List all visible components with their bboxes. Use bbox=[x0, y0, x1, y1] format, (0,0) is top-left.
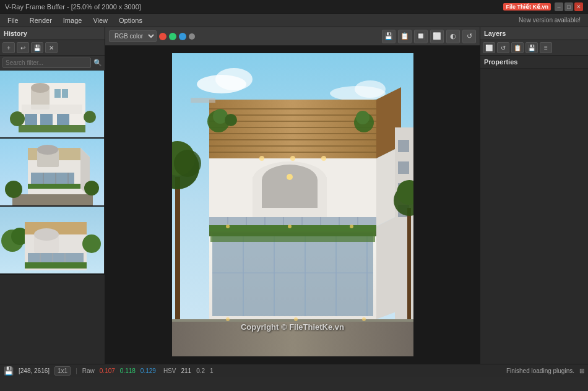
window-controls[interactable]: – □ ✕ bbox=[555, 2, 583, 11]
svg-point-74 bbox=[287, 174, 293, 180]
history-delete-button[interactable]: ✕ bbox=[45, 42, 58, 53]
title-bar: V-Ray Frame Buffer - [25.0% of 2000 x 30… bbox=[0, 0, 588, 14]
svg-rect-46 bbox=[172, 319, 413, 322]
svg-rect-5 bbox=[62, 89, 68, 98]
history-toolbar: + ↩ 💾 ✕ bbox=[0, 40, 105, 56]
history-save-button[interactable]: 💾 bbox=[31, 42, 43, 53]
history-thumbnails[interactable] bbox=[0, 71, 105, 364]
green-value: 0.118 bbox=[120, 367, 136, 374]
hsv-value: 211 bbox=[181, 367, 191, 374]
svg-rect-34 bbox=[28, 253, 84, 262]
save-render-button[interactable]: 💾 bbox=[382, 30, 396, 43]
search-input[interactable] bbox=[2, 58, 91, 68]
svg-rect-103 bbox=[407, 208, 411, 319]
building-render-svg bbox=[172, 53, 413, 356]
svg-point-87 bbox=[225, 114, 237, 126]
svg-rect-23 bbox=[28, 184, 80, 189]
dot-blue bbox=[179, 33, 186, 40]
extra-value: 0.2 bbox=[196, 367, 205, 374]
svg-point-108 bbox=[350, 225, 353, 228]
svg-rect-6 bbox=[25, 114, 37, 126]
thumbnail-1[interactable] bbox=[0, 71, 105, 139]
copy-render-button[interactable]: 📋 bbox=[398, 30, 412, 43]
dot-gray bbox=[189, 33, 195, 40]
history-add-button[interactable]: + bbox=[2, 42, 15, 53]
layers-copy-button[interactable]: 📋 bbox=[511, 42, 524, 53]
status-message: Finished loading plugins. bbox=[506, 367, 574, 374]
menu-items: File Render Image View Options bbox=[2, 15, 147, 25]
left-panel: History + ↩ 💾 ✕ 🔍 bbox=[0, 27, 105, 364]
menu-options[interactable]: Options bbox=[114, 15, 147, 25]
menu-view[interactable]: View bbox=[88, 15, 113, 25]
svg-point-11 bbox=[84, 111, 96, 123]
history-header: History bbox=[0, 27, 105, 40]
status-right-icon[interactable]: ⊞ bbox=[579, 367, 584, 374]
svg-rect-9 bbox=[19, 125, 85, 132]
svg-point-26 bbox=[84, 181, 99, 196]
thumbnail-3[interactable] bbox=[0, 207, 105, 275]
layers-reset-button[interactable]: ↺ bbox=[497, 42, 509, 53]
svg-point-91 bbox=[290, 156, 295, 161]
thumb-svg-2 bbox=[0, 139, 104, 205]
svg-rect-96 bbox=[398, 161, 409, 174]
svg-point-3 bbox=[31, 83, 50, 93]
svg-rect-24 bbox=[12, 194, 93, 205]
layers-save-button[interactable]: 💾 bbox=[525, 42, 538, 53]
svg-point-107 bbox=[288, 225, 292, 228]
menu-file[interactable]: File bbox=[2, 15, 24, 25]
history-restore-button[interactable]: ↩ bbox=[17, 42, 29, 53]
raw-label: Raw bbox=[82, 367, 95, 374]
thumbnail-2[interactable] bbox=[0, 139, 105, 207]
minimize-button[interactable]: – bbox=[555, 2, 563, 11]
zoom-indicator[interactable]: 1x1 bbox=[54, 366, 71, 376]
properties-section: Properties bbox=[480, 56, 588, 69]
render-toolbar: RGB color Alpha Raw HSV 💾 📋 🔲 ⬜ ◐ ↺ bbox=[105, 27, 480, 46]
svg-rect-8 bbox=[57, 114, 69, 126]
coords-display: [248, 2616] bbox=[19, 367, 50, 374]
window-title: V-Ray Frame Buffer - [25.0% of 2000 x 30… bbox=[5, 3, 141, 11]
svg-rect-93 bbox=[191, 98, 215, 103]
layers-menu-button[interactable]: ≡ bbox=[540, 42, 552, 53]
menu-image[interactable]: Image bbox=[58, 15, 87, 25]
menu-bar: File Render Image View Options New versi… bbox=[0, 14, 588, 27]
search-icon: 🔍 bbox=[93, 59, 102, 67]
svg-point-39 bbox=[82, 234, 101, 253]
svg-rect-4 bbox=[54, 89, 61, 98]
svg-point-109 bbox=[226, 317, 230, 321]
blue-value: 0.129 bbox=[141, 367, 156, 374]
menu-render[interactable]: Render bbox=[25, 15, 57, 25]
hsv-label: HSV bbox=[163, 367, 176, 374]
svg-rect-95 bbox=[398, 140, 409, 152]
svg-rect-45 bbox=[172, 319, 413, 356]
svg-point-92 bbox=[321, 156, 326, 161]
logo-badge: File Thiết Kế.vn bbox=[503, 3, 551, 11]
split-button[interactable]: ◐ bbox=[446, 30, 460, 43]
reset-button[interactable]: ↺ bbox=[462, 30, 476, 43]
maximize-button[interactable]: □ bbox=[564, 2, 573, 11]
thumb-svg-1 bbox=[0, 71, 104, 137]
svg-point-89 bbox=[356, 111, 370, 124]
save-icon: 💾 bbox=[4, 366, 14, 376]
region-button[interactable]: 🔲 bbox=[414, 30, 428, 43]
svg-point-106 bbox=[226, 225, 230, 228]
svg-point-111 bbox=[362, 317, 366, 321]
red-value: 0.107 bbox=[100, 367, 115, 374]
layers-add-button[interactable]: ⬜ bbox=[483, 42, 495, 53]
dot-red bbox=[159, 33, 166, 40]
render-viewport[interactable]: Copyright © FileThietKe.vn bbox=[105, 46, 480, 364]
status-divider: | bbox=[76, 367, 77, 374]
thumb-svg-3 bbox=[0, 207, 104, 273]
svg-rect-7 bbox=[40, 114, 53, 126]
svg-rect-12 bbox=[22, 105, 82, 114]
close-button[interactable]: ✕ bbox=[574, 2, 583, 11]
layers-toolbar: ⬜ ↺ 📋 💾 ≡ bbox=[480, 40, 588, 56]
clear-button[interactable]: ⬜ bbox=[430, 30, 444, 43]
svg-rect-49 bbox=[212, 233, 373, 316]
color-mode-select[interactable]: RGB color Alpha Raw HSV bbox=[109, 30, 157, 42]
properties-content bbox=[480, 69, 588, 364]
render-toolbar-right: 💾 📋 🔲 ⬜ ◐ ↺ bbox=[382, 30, 476, 43]
new-version-notice: New version available! bbox=[519, 17, 586, 24]
main-layout: History + ↩ 💾 ✕ 🔍 bbox=[0, 27, 588, 364]
svg-point-102 bbox=[174, 150, 201, 177]
svg-rect-99 bbox=[175, 177, 180, 319]
